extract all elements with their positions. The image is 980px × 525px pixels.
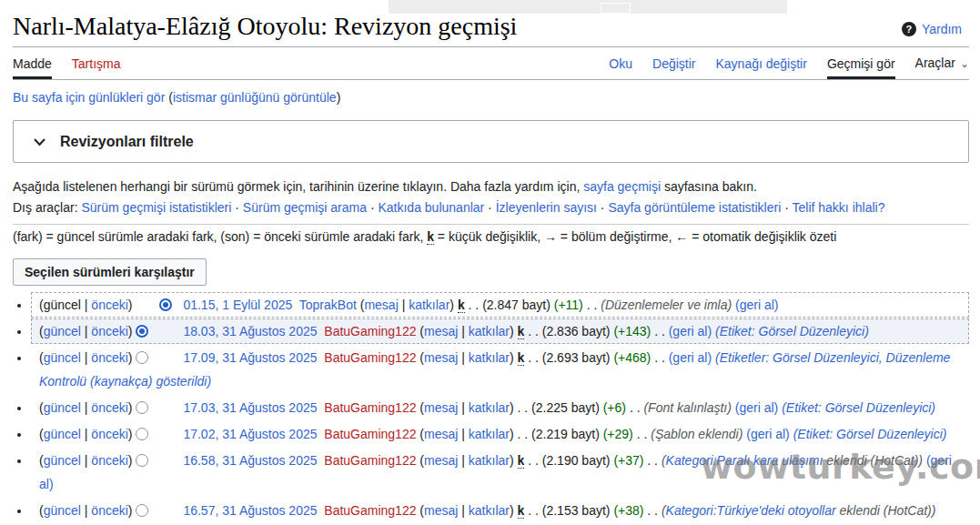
- revision-date-link[interactable]: 17.02, 31 Ağustos 2025: [183, 427, 317, 441]
- user-contribs-link[interactable]: katkılar: [469, 427, 510, 441]
- undo-link[interactable]: (geri al): [669, 350, 712, 365]
- prev-link[interactable]: önceki: [91, 427, 127, 441]
- user-link[interactable]: BatuGaming122: [324, 427, 416, 441]
- page-header: Narlı-Malatya-Elâzığ Otoyolu: Revizyon g…: [13, 0, 969, 47]
- tab-bar: MaddeTartışma OkuDeğiştirKaynağı değişti…: [13, 47, 969, 80]
- revision-date-link[interactable]: 01.15, 1 Eylül 2025: [183, 298, 292, 312]
- user-talk-link[interactable]: mesaj: [424, 453, 458, 468]
- user-link[interactable]: BatuGaming122: [324, 324, 416, 338]
- tag-name-link[interactable]: Görsel Düzenleyici: [773, 350, 879, 365]
- user-talk-link[interactable]: mesaj: [424, 350, 458, 365]
- user-link[interactable]: BatuGaming122: [324, 453, 416, 468]
- revision-row: (güncel | önceki) 17.03, 31 Ağustos 2025…: [31, 395, 969, 420]
- revision-date-link[interactable]: 16.57, 31 Ağustos 2025: [183, 503, 317, 518]
- tag-filter-link[interactable]: Etiket: [786, 400, 818, 415]
- size-label: (2.836 bayt): [542, 324, 611, 338]
- separator-dots: . .: [654, 350, 665, 365]
- external-tool-link[interactable]: Sayfa görüntüleme istatistikleri: [608, 200, 781, 215]
- tab-ara-lar[interactable]: Araçlar⌄: [915, 47, 969, 79]
- user-talk-link[interactable]: mesaj: [364, 298, 398, 312]
- separator-dots: . .: [518, 427, 529, 441]
- external-tool-link[interactable]: İzleyenlerin sayısı: [496, 200, 597, 215]
- user-talk-link[interactable]: mesaj: [424, 400, 458, 415]
- prev-link[interactable]: önceki: [91, 324, 127, 338]
- external-tool-link[interactable]: Telif hakkı ihlali?: [793, 200, 885, 215]
- user-talk-link[interactable]: mesaj: [424, 503, 458, 518]
- undo-link[interactable]: (geri al): [746, 427, 789, 441]
- undo-link[interactable]: (geri al): [735, 298, 778, 312]
- compare-selected-button[interactable]: Seçilen sürümleri karşılaştır: [13, 258, 207, 286]
- undo-link[interactable]: (geri al): [735, 400, 778, 415]
- revision-radio[interactable]: [136, 351, 148, 364]
- user-contribs-link[interactable]: katkılar: [469, 453, 510, 468]
- user-link[interactable]: BatuGaming122: [324, 400, 416, 415]
- cur-link[interactable]: güncel: [44, 324, 81, 338]
- user-contribs-link[interactable]: katkılar: [409, 298, 450, 312]
- user-contribs-link[interactable]: katkılar: [469, 324, 510, 338]
- tools-separator: ·: [367, 200, 378, 215]
- cur-link[interactable]: güncel: [44, 400, 81, 415]
- revision-date-link[interactable]: 18.03, 31 Ağustos 2025: [183, 324, 317, 338]
- tools-separator: ·: [231, 200, 242, 215]
- user-link[interactable]: BatuGaming122: [324, 350, 416, 365]
- tag-name-link[interactable]: Görsel Düzenleyici: [836, 427, 943, 441]
- tools-separator: ·: [781, 200, 792, 215]
- separator-dots: . .: [528, 503, 539, 518]
- revision-radio[interactable]: [136, 454, 148, 467]
- user-contribs-link[interactable]: katkılar: [469, 400, 510, 415]
- tag-name-link[interactable]: Görsel Düzenleyici: [759, 324, 865, 338]
- undo-link[interactable]: (geri al): [669, 324, 712, 338]
- user-contribs-link[interactable]: katkılar: [469, 350, 510, 365]
- tab-madde[interactable]: Madde: [13, 48, 52, 79]
- tab-kayna-de-i-tir[interactable]: Kaynağı değiştir: [715, 48, 806, 79]
- page-logs-link[interactable]: Bu sayfa için günlükleri gör: [13, 90, 165, 105]
- cur-link[interactable]: güncel: [44, 427, 81, 441]
- tag-name-link[interactable]: Görsel Düzenleyici: [825, 400, 932, 415]
- user-talk-link[interactable]: mesaj: [424, 324, 458, 338]
- intro-text-2: sayfasına bakın.: [661, 179, 757, 194]
- namespace-tabs: MaddeTartışma: [13, 48, 121, 79]
- revision-date-link[interactable]: 16.58, 31 Ağustos 2025: [183, 453, 317, 468]
- external-tool-link[interactable]: Sürüm geçmişi istatistikleri: [81, 200, 231, 215]
- external-tool-link[interactable]: Sürüm geçmişi arama: [243, 200, 367, 215]
- revision-radio[interactable]: [159, 298, 172, 311]
- revision-radio[interactable]: [136, 504, 148, 517]
- prev-link[interactable]: önceki: [91, 400, 127, 415]
- tag-filter-link[interactable]: Etiket: [720, 324, 752, 338]
- minor-flag: k: [458, 298, 465, 313]
- filter-revisions-toggle[interactable]: Revizyonları filtrele: [13, 120, 969, 163]
- summary-category-link[interactable]: Kategori:Türkiye'deki otoyollar: [666, 503, 836, 518]
- tab-ge-mi-i-g-r[interactable]: Geçmişi gör: [827, 48, 895, 79]
- abuse-log-link[interactable]: istismar günlüğünü görüntüle: [173, 90, 337, 105]
- tab-oku[interactable]: Oku: [609, 48, 632, 79]
- tag-filter-link[interactable]: Etiketler: [720, 350, 766, 365]
- revision-radio[interactable]: [136, 428, 148, 440]
- prev-link[interactable]: önceki: [91, 350, 127, 365]
- revision-date-link[interactable]: 17.09, 31 Ağustos 2025: [183, 350, 317, 365]
- user-link[interactable]: BatuGaming122: [324, 503, 416, 518]
- tag-filter-link[interactable]: Etiket: [797, 427, 829, 441]
- user-talk-link[interactable]: mesaj: [424, 427, 458, 441]
- legend-part-2: = küçük değişiklik, → = bölüm değiştirme…: [434, 229, 836, 244]
- revision-radio[interactable]: [136, 325, 148, 338]
- summary-category-link[interactable]: Kategori:Paralı kara ulaşımı: [666, 453, 823, 468]
- revision-date-link[interactable]: 17.03, 31 Ağustos 2025: [183, 400, 317, 415]
- cur-link[interactable]: güncel: [44, 453, 81, 468]
- prev-link[interactable]: önceki: [91, 298, 127, 312]
- cur-label: güncel: [44, 298, 81, 312]
- page-history-help-link[interactable]: sayfa geçmişi: [583, 179, 661, 194]
- cur-link[interactable]: güncel: [44, 503, 81, 518]
- user-link[interactable]: ToprakBot: [299, 298, 357, 312]
- user-contribs-link[interactable]: katkılar: [469, 503, 510, 518]
- tab-tart-ma[interactable]: Tartışma: [72, 48, 121, 79]
- tab-de-i-tir[interactable]: Değiştir: [652, 48, 695, 79]
- tools-separator: ·: [597, 200, 608, 215]
- prev-link[interactable]: önceki: [91, 503, 127, 518]
- page-content: Narlı-Malatya-Elâzığ Otoyolu: Revizyon g…: [0, 0, 980, 525]
- help-link[interactable]: ? Yardım: [902, 22, 962, 36]
- revision-radio[interactable]: [136, 401, 148, 414]
- minor-flag: k: [518, 453, 525, 469]
- cur-link[interactable]: güncel: [44, 350, 81, 365]
- external-tool-link[interactable]: Katkıda bulunanlar: [378, 200, 484, 215]
- prev-link[interactable]: önceki: [91, 453, 127, 468]
